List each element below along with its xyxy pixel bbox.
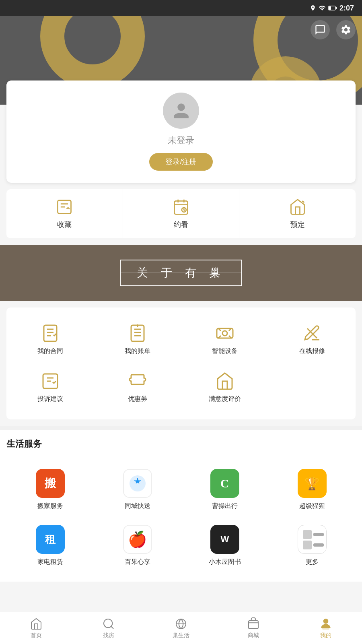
quick-action-appointment[interactable]: 约看 xyxy=(123,189,240,238)
collect-label: 收藏 xyxy=(57,220,72,229)
quick-actions: 收藏 约看 预定 xyxy=(6,189,356,238)
life-services-title: 生活服务 xyxy=(6,438,356,455)
about-text-box: 关 于 有 巢 xyxy=(120,260,242,286)
header-top-icons xyxy=(311,20,356,39)
badger-label: 超级猩猩 xyxy=(299,502,325,510)
life-service-express[interactable]: 同城快送 xyxy=(94,462,181,518)
bill-label: 我的账单 xyxy=(125,347,150,355)
life-service-moving[interactable]: 搬 搬家服务 xyxy=(6,462,94,518)
more-icon xyxy=(298,525,327,554)
settings-button[interactable] xyxy=(336,20,356,39)
bottom-nav: 首页 找房 巢生活 商城 我的 xyxy=(0,612,362,644)
contract-label: 我的合同 xyxy=(37,347,63,355)
nav-nest-life[interactable]: 巢生活 xyxy=(145,614,217,642)
quick-action-collect[interactable]: 收藏 xyxy=(6,189,123,238)
bookstore-icon: W xyxy=(210,525,239,554)
life-service-bookstore[interactable]: W 小木屋图书 xyxy=(181,518,268,574)
appointment-label: 约看 xyxy=(174,220,188,229)
life-service-appliance-rent[interactable]: 租 家电租赁 xyxy=(6,518,94,574)
nav-find-house[interactable]: 找房 xyxy=(72,614,145,642)
service-bill[interactable]: 我的账单 xyxy=(94,316,181,363)
svg-point-10 xyxy=(222,331,227,336)
life-services-section: 生活服务 搬 搬家服务 同城快送 C 曹操出行 xyxy=(0,430,362,582)
nav-mall-label: 商城 xyxy=(248,632,259,639)
moving-icon: 搬 xyxy=(36,469,65,498)
service-coupon[interactable]: 优惠券 xyxy=(94,363,181,411)
login-register-button[interactable]: 登录/注册 xyxy=(149,153,212,171)
life-service-more[interactable]: 更多 xyxy=(268,518,356,574)
appliance-rent-icon: 租 xyxy=(36,525,65,554)
fruit-label: 百果心享 xyxy=(125,558,150,566)
service-repair[interactable]: 在线报修 xyxy=(268,316,356,363)
more-label: 更多 xyxy=(306,558,319,566)
express-icon xyxy=(123,469,152,498)
caocao-label: 曹操出行 xyxy=(212,502,238,510)
life-service-badger[interactable]: 🏆 超级猩猩 xyxy=(268,462,356,518)
svg-point-17 xyxy=(324,619,328,623)
not-logged-in-text: 未登录 xyxy=(168,134,194,147)
service-satisfaction[interactable]: 满意度评价 xyxy=(181,363,268,411)
svg-rect-4 xyxy=(175,201,188,214)
service-grid: 我的合同 我的账单 智能设备 在线报修 xyxy=(6,316,356,411)
life-service-caocao[interactable]: C 曹操出行 xyxy=(181,462,268,518)
appliance-rent-label: 家电租赁 xyxy=(37,558,63,566)
satisfaction-label: 满意度评价 xyxy=(209,395,241,403)
nav-mall[interactable]: 商城 xyxy=(217,614,290,642)
nav-nest-life-label: 巢生活 xyxy=(173,632,189,639)
nav-home-label: 首页 xyxy=(31,632,42,639)
about-banner[interactable]: 关 于 有 巢 xyxy=(0,245,362,301)
avatar xyxy=(163,93,199,129)
service-contract[interactable]: 我的合同 xyxy=(6,316,94,363)
status-time: 2:07 xyxy=(339,4,354,12)
life-services-grid: 搬 搬家服务 同城快送 C 曹操出行 🏆 超 xyxy=(6,462,356,574)
status-icons: 2:07 xyxy=(310,4,354,12)
svg-rect-2 xyxy=(329,6,331,10)
svg-point-14 xyxy=(104,619,112,627)
message-button[interactable] xyxy=(311,20,330,39)
quick-action-reserve[interactable]: 预定 xyxy=(239,189,356,238)
nav-mine-label: 我的 xyxy=(320,632,331,639)
moving-label: 搬家服务 xyxy=(37,502,63,510)
service-smart-device[interactable]: 智能设备 xyxy=(181,316,268,363)
section-divider xyxy=(0,426,362,430)
badger-icon: 🏆 xyxy=(298,469,327,498)
banner-deco-circle-1 xyxy=(40,16,145,89)
profile-section: 未登录 登录/注册 xyxy=(6,80,356,183)
svg-rect-8 xyxy=(131,325,144,341)
svg-rect-16 xyxy=(249,621,258,629)
status-bar: 2:07 xyxy=(0,0,362,16)
express-label: 同城快送 xyxy=(125,502,150,510)
repair-label: 在线报修 xyxy=(299,347,325,355)
reserve-label: 预定 xyxy=(290,220,305,229)
bookstore-label: 小木屋图书 xyxy=(209,558,241,566)
about-text: 关 于 有 巢 xyxy=(137,266,225,279)
coupon-label: 优惠券 xyxy=(128,395,147,403)
caocao-icon: C xyxy=(210,469,239,498)
svg-rect-7 xyxy=(44,325,57,341)
nav-find-house-label: 找房 xyxy=(103,632,114,639)
fruit-icon: 🍎 xyxy=(123,525,152,554)
nav-mine[interactable]: 我的 xyxy=(290,614,362,642)
svg-rect-1 xyxy=(336,7,337,9)
svg-rect-18 xyxy=(323,627,329,629)
life-service-fruit[interactable]: 🍎 百果心享 xyxy=(94,518,181,574)
nav-home[interactable]: 首页 xyxy=(0,614,72,642)
complaint-label: 投诉建议 xyxy=(37,395,63,403)
smart-device-label: 智能设备 xyxy=(212,347,238,355)
service-grid-section: 我的合同 我的账单 智能设备 在线报修 xyxy=(6,308,356,419)
service-complaint[interactable]: 投诉建议 xyxy=(6,363,94,411)
